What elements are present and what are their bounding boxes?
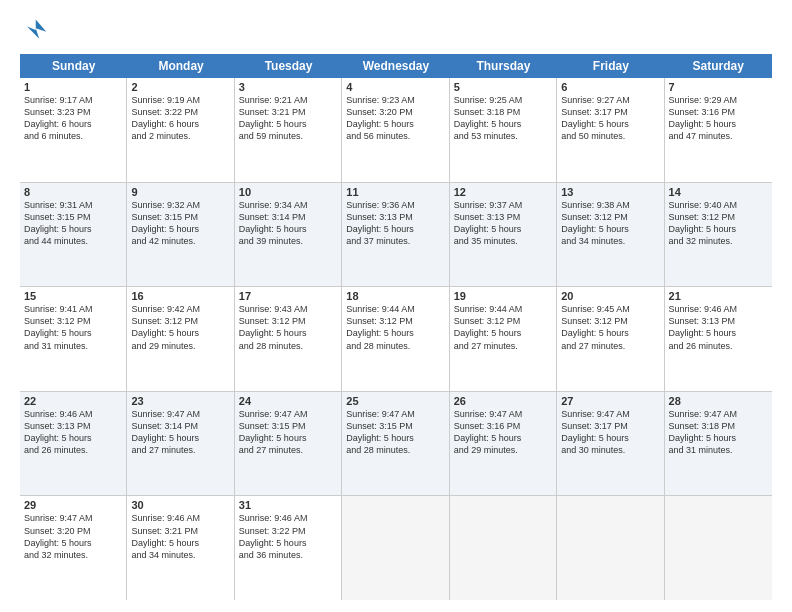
calendar-cell: 31Sunrise: 9:46 AM Sunset: 3:22 PM Dayli…: [235, 496, 342, 600]
day-info: Sunrise: 9:43 AM Sunset: 3:12 PM Dayligh…: [239, 303, 337, 352]
day-info: Sunrise: 9:42 AM Sunset: 3:12 PM Dayligh…: [131, 303, 229, 352]
day-number: 27: [561, 395, 659, 407]
calendar-cell: 16Sunrise: 9:42 AM Sunset: 3:12 PM Dayli…: [127, 287, 234, 391]
day-info: Sunrise: 9:46 AM Sunset: 3:13 PM Dayligh…: [669, 303, 768, 352]
calendar-cell: [665, 496, 772, 600]
day-number: 16: [131, 290, 229, 302]
day-info: Sunrise: 9:47 AM Sunset: 3:15 PM Dayligh…: [239, 408, 337, 457]
calendar-cell: 25Sunrise: 9:47 AM Sunset: 3:15 PM Dayli…: [342, 392, 449, 496]
day-info: Sunrise: 9:25 AM Sunset: 3:18 PM Dayligh…: [454, 94, 552, 143]
calendar-cell: 21Sunrise: 9:46 AM Sunset: 3:13 PM Dayli…: [665, 287, 772, 391]
day-info: Sunrise: 9:47 AM Sunset: 3:20 PM Dayligh…: [24, 512, 122, 561]
day-number: 9: [131, 186, 229, 198]
calendar-header-day: Tuesday: [235, 54, 342, 78]
day-info: Sunrise: 9:21 AM Sunset: 3:21 PM Dayligh…: [239, 94, 337, 143]
day-info: Sunrise: 9:29 AM Sunset: 3:16 PM Dayligh…: [669, 94, 768, 143]
day-number: 22: [24, 395, 122, 407]
calendar-body: 1Sunrise: 9:17 AM Sunset: 3:23 PM Daylig…: [20, 78, 772, 600]
calendar-cell: 18Sunrise: 9:44 AM Sunset: 3:12 PM Dayli…: [342, 287, 449, 391]
calendar-header-day: Friday: [557, 54, 664, 78]
calendar-row: 22Sunrise: 9:46 AM Sunset: 3:13 PM Dayli…: [20, 392, 772, 497]
day-number: 28: [669, 395, 768, 407]
day-info: Sunrise: 9:19 AM Sunset: 3:22 PM Dayligh…: [131, 94, 229, 143]
calendar-cell: 14Sunrise: 9:40 AM Sunset: 3:12 PM Dayli…: [665, 183, 772, 287]
day-info: Sunrise: 9:23 AM Sunset: 3:20 PM Dayligh…: [346, 94, 444, 143]
day-number: 18: [346, 290, 444, 302]
day-number: 11: [346, 186, 444, 198]
day-info: Sunrise: 9:47 AM Sunset: 3:18 PM Dayligh…: [669, 408, 768, 457]
calendar-row: 8Sunrise: 9:31 AM Sunset: 3:15 PM Daylig…: [20, 183, 772, 288]
day-number: 21: [669, 290, 768, 302]
day-number: 6: [561, 81, 659, 93]
day-number: 19: [454, 290, 552, 302]
day-number: 25: [346, 395, 444, 407]
calendar-cell: 8Sunrise: 9:31 AM Sunset: 3:15 PM Daylig…: [20, 183, 127, 287]
logo: [20, 16, 52, 44]
calendar-row: 29Sunrise: 9:47 AM Sunset: 3:20 PM Dayli…: [20, 496, 772, 600]
day-number: 20: [561, 290, 659, 302]
page-header: [20, 16, 772, 44]
calendar-cell: [450, 496, 557, 600]
calendar-cell: 29Sunrise: 9:47 AM Sunset: 3:20 PM Dayli…: [20, 496, 127, 600]
calendar-header-day: Saturday: [665, 54, 772, 78]
calendar-cell: 17Sunrise: 9:43 AM Sunset: 3:12 PM Dayli…: [235, 287, 342, 391]
calendar-row: 1Sunrise: 9:17 AM Sunset: 3:23 PM Daylig…: [20, 78, 772, 183]
calendar-header-day: Monday: [127, 54, 234, 78]
calendar-cell: 10Sunrise: 9:34 AM Sunset: 3:14 PM Dayli…: [235, 183, 342, 287]
calendar-cell: 9Sunrise: 9:32 AM Sunset: 3:15 PM Daylig…: [127, 183, 234, 287]
calendar-cell: 6Sunrise: 9:27 AM Sunset: 3:17 PM Daylig…: [557, 78, 664, 182]
day-info: Sunrise: 9:32 AM Sunset: 3:15 PM Dayligh…: [131, 199, 229, 248]
day-number: 23: [131, 395, 229, 407]
day-info: Sunrise: 9:36 AM Sunset: 3:13 PM Dayligh…: [346, 199, 444, 248]
day-number: 8: [24, 186, 122, 198]
day-info: Sunrise: 9:47 AM Sunset: 3:17 PM Dayligh…: [561, 408, 659, 457]
day-number: 4: [346, 81, 444, 93]
calendar-cell: [342, 496, 449, 600]
calendar-cell: 15Sunrise: 9:41 AM Sunset: 3:12 PM Dayli…: [20, 287, 127, 391]
day-info: Sunrise: 9:40 AM Sunset: 3:12 PM Dayligh…: [669, 199, 768, 248]
day-number: 29: [24, 499, 122, 511]
calendar-cell: 7Sunrise: 9:29 AM Sunset: 3:16 PM Daylig…: [665, 78, 772, 182]
day-info: Sunrise: 9:47 AM Sunset: 3:16 PM Dayligh…: [454, 408, 552, 457]
day-info: Sunrise: 9:37 AM Sunset: 3:13 PM Dayligh…: [454, 199, 552, 248]
calendar-cell: 23Sunrise: 9:47 AM Sunset: 3:14 PM Dayli…: [127, 392, 234, 496]
calendar-cell: 30Sunrise: 9:46 AM Sunset: 3:21 PM Dayli…: [127, 496, 234, 600]
calendar-cell: 12Sunrise: 9:37 AM Sunset: 3:13 PM Dayli…: [450, 183, 557, 287]
day-info: Sunrise: 9:34 AM Sunset: 3:14 PM Dayligh…: [239, 199, 337, 248]
day-number: 17: [239, 290, 337, 302]
day-info: Sunrise: 9:47 AM Sunset: 3:14 PM Dayligh…: [131, 408, 229, 457]
day-number: 31: [239, 499, 337, 511]
calendar-cell: [557, 496, 664, 600]
day-info: Sunrise: 9:31 AM Sunset: 3:15 PM Dayligh…: [24, 199, 122, 248]
day-number: 10: [239, 186, 337, 198]
calendar-cell: 22Sunrise: 9:46 AM Sunset: 3:13 PM Dayli…: [20, 392, 127, 496]
calendar-header: SundayMondayTuesdayWednesdayThursdayFrid…: [20, 54, 772, 78]
calendar-cell: 19Sunrise: 9:44 AM Sunset: 3:12 PM Dayli…: [450, 287, 557, 391]
calendar-cell: 3Sunrise: 9:21 AM Sunset: 3:21 PM Daylig…: [235, 78, 342, 182]
day-number: 2: [131, 81, 229, 93]
calendar-cell: 2Sunrise: 9:19 AM Sunset: 3:22 PM Daylig…: [127, 78, 234, 182]
calendar-cell: 20Sunrise: 9:45 AM Sunset: 3:12 PM Dayli…: [557, 287, 664, 391]
day-number: 26: [454, 395, 552, 407]
day-info: Sunrise: 9:44 AM Sunset: 3:12 PM Dayligh…: [346, 303, 444, 352]
day-info: Sunrise: 9:46 AM Sunset: 3:21 PM Dayligh…: [131, 512, 229, 561]
calendar-header-day: Thursday: [450, 54, 557, 78]
day-info: Sunrise: 9:46 AM Sunset: 3:22 PM Dayligh…: [239, 512, 337, 561]
calendar-cell: 11Sunrise: 9:36 AM Sunset: 3:13 PM Dayli…: [342, 183, 449, 287]
day-number: 13: [561, 186, 659, 198]
logo-icon: [20, 16, 48, 44]
day-number: 1: [24, 81, 122, 93]
day-number: 12: [454, 186, 552, 198]
calendar: SundayMondayTuesdayWednesdayThursdayFrid…: [20, 54, 772, 600]
calendar-cell: 1Sunrise: 9:17 AM Sunset: 3:23 PM Daylig…: [20, 78, 127, 182]
calendar-cell: 24Sunrise: 9:47 AM Sunset: 3:15 PM Dayli…: [235, 392, 342, 496]
day-info: Sunrise: 9:38 AM Sunset: 3:12 PM Dayligh…: [561, 199, 659, 248]
day-number: 24: [239, 395, 337, 407]
day-number: 5: [454, 81, 552, 93]
day-number: 14: [669, 186, 768, 198]
calendar-header-day: Wednesday: [342, 54, 449, 78]
calendar-row: 15Sunrise: 9:41 AM Sunset: 3:12 PM Dayli…: [20, 287, 772, 392]
day-info: Sunrise: 9:17 AM Sunset: 3:23 PM Dayligh…: [24, 94, 122, 143]
calendar-header-day: Sunday: [20, 54, 127, 78]
day-number: 15: [24, 290, 122, 302]
